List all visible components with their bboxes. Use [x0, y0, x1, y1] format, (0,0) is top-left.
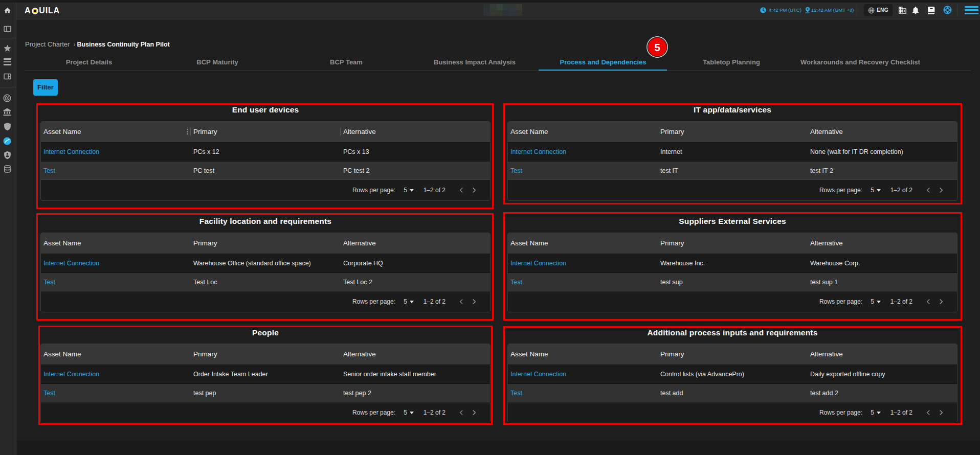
- svg-text:5: 5: [654, 41, 660, 53]
